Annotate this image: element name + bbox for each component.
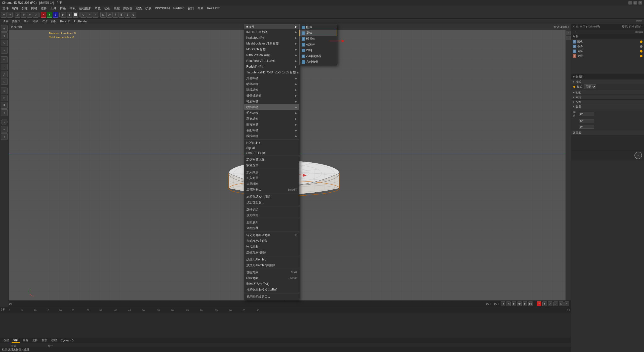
obj-row-random[interactable]: R 随机 — [571, 39, 644, 44]
sidebar-rotate[interactable]: ↻ — [1, 40, 8, 46]
menu-material-tag[interactable]: 材质标签 ▶ — [244, 99, 299, 104]
menu-insydium[interactable]: INSYDIUM — [153, 6, 171, 11]
menu-camera-tag[interactable]: 摄像机标签 ▶ — [244, 93, 299, 99]
sidebar-poly[interactable]: □ — [1, 78, 8, 85]
menu-other-tag[interactable]: 其他标签 ▶ — [244, 75, 299, 81]
menu-select-children[interactable]: 选择子级 — [244, 207, 299, 212]
menu-expand-all[interactable]: 全部展开 — [244, 219, 299, 225]
bptab-material[interactable]: 材质 — [40, 338, 49, 342]
submenu-cloth-belt[interactable]: ═ 布料绑带 — [300, 59, 337, 65]
menu-program-tag[interactable]: 编程标签 ▶ — [244, 122, 299, 127]
menu-convert-editable[interactable]: 转化为可编辑对象 C — [244, 232, 299, 238]
menu-volume[interactable]: 体积 — [68, 6, 77, 11]
sidebar-t[interactable]: T — [1, 109, 8, 116]
obj-row-extra1[interactable]: ⊙ 克隆 — [571, 54, 644, 58]
count-section-header[interactable]: ▶ 数量 — [571, 104, 644, 109]
menu-window[interactable]: 窗口 — [186, 6, 195, 11]
axis-x[interactable]: X — [41, 12, 46, 18]
qr-btn[interactable]: QR — [106, 12, 112, 18]
menu-hair-tag[interactable]: 毛发标签 ▶ — [244, 110, 299, 116]
menu-current-state-obj[interactable]: 当前状态转对象 — [244, 238, 299, 244]
grid-btn[interactable]: ⊞ — [100, 12, 106, 18]
tc-next[interactable]: ▶ — [523, 301, 527, 306]
subtoolbar-filter[interactable]: 过滤 — [41, 19, 49, 23]
fixed-section-header[interactable]: ▶ 固定 — [571, 95, 644, 99]
undo-button[interactable]: ↩ — [1, 12, 7, 18]
bptab-select[interactable]: 选择 — [31, 338, 39, 342]
attr-field-input2[interactable] — [579, 119, 594, 123]
sidebar-select[interactable]: ⊕ — [1, 25, 8, 32]
tc-start[interactable]: |◀ — [501, 301, 505, 306]
menu-tools[interactable]: 工具 — [49, 6, 58, 11]
axis-y[interactable]: Y — [47, 12, 52, 18]
menu-simulate-tag[interactable]: 模拟标签 ▶ — [244, 104, 299, 110]
extra4[interactable]: ⚙ — [131, 12, 136, 18]
menu-mesh[interactable]: 网格 — [30, 6, 39, 11]
menu-realflow-tag[interactable]: RealFlow V3.1.1 标签 ▶ — [244, 58, 299, 64]
tc-loop[interactable]: ↺ — [553, 301, 558, 306]
menu-scene-manager[interactable]: 场次管理器... — [244, 200, 299, 205]
tc-settings[interactable]: ⊡ — [559, 301, 564, 306]
attr-field-input3[interactable] — [579, 125, 594, 129]
nav-up-arrow[interactable]: ↑ — [575, 31, 576, 33]
sidebar-s[interactable]: S — [1, 87, 8, 94]
menu-extend[interactable]: 扩展 — [144, 6, 153, 11]
tc-play-rev[interactable]: ◀▶ — [517, 301, 522, 306]
menu-mograph[interactable]: 运动图形 — [77, 6, 93, 11]
sidebar-scale[interactable]: ⤢ — [1, 47, 8, 54]
render-btn[interactable]: ⬜ — [73, 12, 78, 18]
menu-krakatoa-tag[interactable]: Krakatoa 标签 ▶ — [244, 35, 299, 41]
menu-simulate[interactable]: 模拟 — [112, 6, 121, 11]
menu-render-tag[interactable]: 渲染标签 ▶ — [244, 116, 299, 122]
sidebar-bezier[interactable]: ∿ — [1, 126, 8, 133]
menu-remove-from-all[interactable]: 从所有场次中移除 — [244, 194, 299, 200]
menu-set-root[interactable]: 设为根部 — [244, 212, 299, 218]
select-tool[interactable]: ⊕ — [15, 12, 20, 18]
menu-group-obj[interactable]: 群组对象 Alt+G — [244, 270, 299, 275]
timeline-track-area[interactable] — [0, 313, 571, 338]
menu-track-tag[interactable]: 跟踪标签 ▶ — [244, 133, 299, 139]
tc-record[interactable]: ● — [537, 301, 541, 306]
menu-delete-no-child[interactable]: 删除(不包含子级) — [244, 281, 299, 287]
menu-character[interactable]: 角色 — [93, 6, 102, 11]
close-button[interactable]: × — [638, 1, 642, 5]
instance-section-header[interactable]: ▶ 实例 — [571, 100, 644, 104]
mode-section-header[interactable]: ▶ 模式 — [571, 79, 644, 84]
menu-render[interactable]: 渲染 — [134, 6, 143, 11]
obj-row-clone[interactable]: C 克隆 — [571, 49, 644, 54]
menu-animate[interactable]: 动画 — [103, 6, 112, 11]
menu-show-timeline[interactable]: 显示时间线窗口... — [244, 294, 299, 300]
menu-signal[interactable]: Signal — [244, 145, 299, 150]
extra2[interactable]: B — [118, 12, 124, 18]
sidebar-points[interactable]: · — [1, 64, 8, 70]
menu-rig-tag[interactable]: 装配标签 ▶ — [244, 127, 299, 133]
menu-redshift-tag[interactable]: Redshift 标签 ▶ — [244, 64, 299, 70]
snap-btn[interactable]: ⌖ — [87, 12, 92, 18]
main-context-menu[interactable]: ■ 文件 ▶ INSYDIUM 标签 ▶ Krakatoa 标签 ▶ MeshB… — [244, 24, 299, 300]
menu-load-tag-preset[interactable]: 加载标签预置 — [244, 157, 299, 162]
menu-hdri-link[interactable]: HDRI Link — [244, 140, 299, 145]
menu-connect-obj[interactable]: 连接对象 — [244, 244, 299, 250]
submenu-soft[interactable]: ○ 柔体 — [300, 30, 337, 36]
menu-add-to-layer[interactable]: 加入到层 — [244, 169, 299, 175]
bptab-edit[interactable]: 编辑 — [12, 338, 20, 343]
keyframe-btn[interactable]: ◆ — [67, 12, 72, 18]
subtoolbar-view[interactable]: 查看 — [2, 19, 10, 23]
menu-select[interactable]: 选择 — [39, 6, 48, 11]
submenu-collision[interactable]: △ 碰撞体 — [300, 36, 337, 42]
tc-prev[interactable]: ◀ — [506, 301, 511, 306]
obj-row-backup[interactable]: B 备份 — [571, 44, 644, 49]
play-btn[interactable]: ▶ — [61, 12, 66, 18]
menu-connect-delete[interactable]: 连接对象+删除 — [244, 250, 299, 255]
effector-section-header[interactable]: 效果器 — [571, 130, 644, 135]
menu-spline[interactable]: 样条 — [58, 6, 67, 11]
subtoolbar-redshift[interactable]: Redshift — [59, 20, 71, 23]
menu-remove-from-layer[interactable]: 从层移除 — [244, 181, 299, 187]
menu-help[interactable]: 帮助 — [196, 6, 205, 11]
object-tool[interactable]: ○ — [93, 12, 98, 18]
tc-auto[interactable]: A — [548, 301, 552, 306]
attr-field-input1[interactable] — [579, 112, 594, 116]
menu-redshift[interactable]: Redshift — [172, 6, 186, 11]
tc-play[interactable]: ▶ — [512, 301, 516, 306]
subtoolbar-options[interactable]: 选项 — [32, 19, 39, 23]
